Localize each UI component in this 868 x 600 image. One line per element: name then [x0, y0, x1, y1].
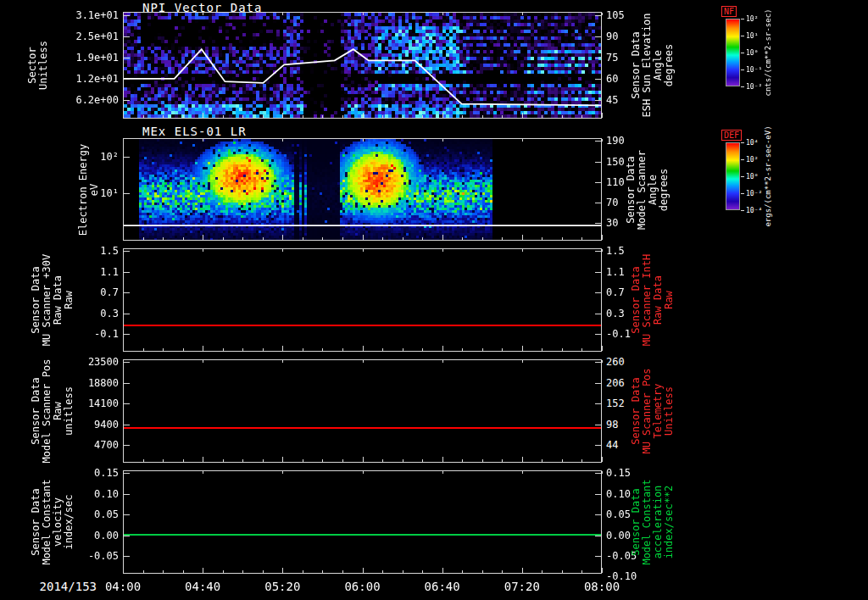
x-tick [183, 348, 184, 351]
x-tick [581, 570, 582, 573]
right-axis-title-scanner-pos: Sensor DataMU Scanner PosTelemetryUnitle… [631, 368, 675, 453]
left-axis-title-els-line: eV [89, 143, 100, 235]
x-tick-top [203, 139, 203, 142]
colorbar-unit-DEF-line: ergs/(cm**2-sr-sec-eV) [763, 125, 774, 226]
x-tick-top [282, 249, 283, 252]
x-tick [163, 570, 164, 573]
x-tick [422, 115, 423, 118]
colorbar-tick [741, 69, 744, 70]
left-axis-title-scanner-pos: Sensor DataModel Scanner PosRawunitless [31, 359, 75, 464]
x-tick [403, 348, 403, 351]
y-tick-right [595, 473, 601, 474]
y-tick-left [124, 473, 130, 474]
x-tick [282, 346, 283, 351]
y-tick-right [595, 292, 601, 293]
x-tick [382, 459, 383, 462]
left-axis-title-scanner-pos-line: unitless [64, 359, 75, 464]
x-tick [143, 115, 144, 118]
colorbar-tick [741, 193, 744, 194]
x-tick [482, 570, 483, 573]
panel-scanner-pos [123, 359, 602, 463]
x-tick-top [602, 139, 603, 142]
x-tick [382, 348, 383, 351]
time-tick-label: 07:20 [497, 580, 548, 593]
els-spectrogram-canvas [124, 139, 601, 240]
x-tick-top [602, 13, 603, 15]
x-tick [602, 235, 603, 240]
x-tick [462, 237, 463, 240]
x-tick [123, 235, 124, 240]
x-tick [342, 459, 343, 462]
right-axis-title-mu-scanner-30v: Sensor DataMU Scanner IntHRaw DataRaw [631, 254, 675, 346]
panel-model-constant [123, 470, 602, 574]
y-tick-label-left: 1.9e+01 [49, 52, 119, 64]
colorbar-tick [741, 142, 744, 143]
x-tick [363, 346, 364, 351]
x-tick [183, 570, 184, 573]
y-tick-left [124, 445, 130, 446]
x-tick [542, 237, 542, 240]
x-tick-top [602, 249, 603, 252]
time-tick-label: 06:00 [337, 580, 388, 593]
x-tick [143, 348, 144, 351]
x-tick-top [522, 471, 523, 474]
colorbar-tick [741, 36, 744, 36]
x-tick [542, 115, 542, 118]
x-tick [363, 568, 364, 573]
y-tick-right [595, 182, 601, 183]
x-tick [502, 459, 503, 462]
series-line-mu-scanner-30v [124, 325, 601, 326]
colorbar-tick-label: 10² [746, 15, 758, 23]
left-axis-title-npi: SectorUnitless [27, 41, 49, 90]
x-tick [203, 568, 203, 573]
colorbar-unit-NF: cnts/(cm**2-sr-sec) [763, 9, 774, 97]
y-tick-right [595, 203, 601, 203]
x-tick [522, 113, 523, 118]
y-tick-right [595, 251, 601, 252]
npi-spectrogram-canvas [124, 13, 601, 118]
y-tick-left [124, 383, 130, 384]
x-tick [403, 115, 403, 118]
x-tick-top [123, 360, 124, 363]
colorbar-tick-label: 10⁻² [746, 190, 762, 197]
y-tick-left [124, 314, 130, 314]
x-tick-top [363, 139, 364, 142]
y-tick-right [595, 494, 601, 495]
x-tick [183, 115, 184, 118]
x-tick [502, 115, 503, 118]
y-tick-right [595, 573, 601, 574]
x-tick-top [442, 471, 443, 474]
x-tick [143, 570, 144, 573]
x-tick [223, 115, 224, 118]
x-tick [223, 237, 224, 240]
left-axis-title-els: Electron EnergyeV [78, 143, 100, 235]
x-tick-top [203, 249, 203, 252]
x-tick [581, 459, 582, 462]
x-tick [602, 113, 603, 118]
y-tick-left [124, 494, 130, 495]
colorbar-label-NF: NF [721, 6, 737, 17]
series-line-model-constant [124, 534, 601, 536]
y-tick-right [595, 425, 601, 425]
y-tick-label-left: 2.5e+01 [49, 31, 119, 42]
x-tick-top [442, 139, 443, 142]
right-axis-title-scanner-pos-line: Unitless [664, 368, 675, 453]
panel-mu-scanner-30v [123, 248, 602, 352]
y-tick-left [124, 536, 130, 536]
colorbar-DEF [726, 142, 740, 210]
date-label: 2014/153 [7, 580, 97, 593]
x-tick [163, 459, 164, 462]
x-tick [183, 459, 184, 462]
x-tick-top [203, 360, 203, 363]
y-tick-left [124, 157, 130, 158]
x-tick [123, 568, 124, 573]
x-tick [303, 570, 303, 573]
y-tick-left [124, 425, 130, 425]
x-tick [502, 570, 503, 573]
y-tick-right [595, 79, 601, 80]
x-tick [442, 568, 443, 573]
y-tick-right [595, 334, 601, 335]
x-tick [203, 346, 203, 351]
x-tick-top [363, 13, 364, 15]
y-tick-left [124, 58, 130, 58]
